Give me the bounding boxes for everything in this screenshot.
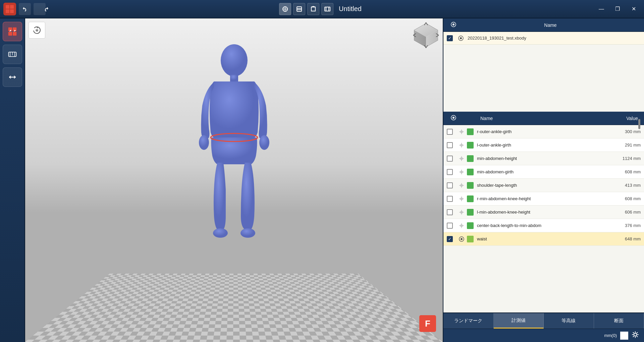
mr-value-8: 376 mm	[607, 223, 641, 228]
window-title: Untitled	[335, 5, 365, 13]
measure-row-l-outer-ankle-girth[interactable]: l-outer-ankle-girth 291 mm	[443, 138, 644, 152]
status-bar: mm(0)	[443, 329, 644, 342]
file-header-vis	[447, 21, 460, 29]
mr-check-9[interactable]: ✓	[447, 236, 456, 242]
main-layout: ⊕	[0, 18, 644, 342]
svg-point-57	[461, 238, 463, 240]
sidebar-tool-compare[interactable]	[3, 67, 22, 87]
svg-rect-20	[230, 75, 238, 81]
mr-color-7	[467, 209, 474, 216]
maximize-button[interactable]: ❐	[610, 3, 625, 15]
cb-2[interactable]	[447, 142, 453, 148]
svg-rect-0	[6, 5, 9, 9]
cb-5[interactable]	[447, 182, 453, 188]
cb-9-checked[interactable]: ✓	[447, 236, 453, 242]
mr-value-1: 300 mm	[607, 129, 641, 134]
measure-row-min-abdomen-girth[interactable]: min-abdomen-girth 608 mm	[443, 165, 644, 179]
measure-table: Name Value	[443, 112, 644, 312]
mr-color-6	[467, 195, 474, 202]
measure-row-r-min-abdomen-knee-height[interactable]: r-min-abdomen-knee-height 608 mm	[443, 192, 644, 206]
measure-header-value: Value	[604, 116, 638, 121]
sidebar-tool-view[interactable]	[3, 22, 22, 41]
svg-point-58	[634, 333, 637, 336]
mr-vis-3[interactable]	[456, 156, 467, 162]
cb-8[interactable]	[447, 223, 453, 229]
measure-row-center-back-length[interactable]: center-back-length-to-min-abdom 376 mm	[443, 219, 644, 232]
titlebar-center: Untitled	[279, 3, 365, 15]
mr-name-3: min-abdomen-height	[477, 156, 607, 161]
cb-7[interactable]	[447, 209, 453, 215]
file-panel-empty	[443, 45, 644, 112]
close-button[interactable]: ✕	[626, 3, 641, 15]
mr-vis-5[interactable]	[456, 182, 467, 188]
file-header-name: Name	[460, 22, 641, 28]
mr-name-6: r-min-abdomen-knee-height	[477, 196, 607, 201]
mode-btn-2[interactable]	[293, 3, 305, 15]
mr-value-6: 608 mm	[607, 196, 641, 201]
mr-vis-4[interactable]	[456, 169, 467, 175]
mr-color-9	[467, 236, 474, 242]
settings-icon[interactable]	[632, 331, 639, 340]
mr-vis-6[interactable]	[456, 196, 467, 202]
nav-cube[interactable]	[413, 22, 439, 49]
file-vis-1[interactable]	[456, 35, 466, 41]
mr-name-2: l-outer-ankle-girth	[477, 142, 607, 148]
measure-row-shoulder-tape-length[interactable]: shoulder-tape-length 413 mm	[443, 179, 644, 192]
measure-body[interactable]: r-outer-ankle-girth 300 mm	[443, 125, 644, 312]
mr-check-4[interactable]	[447, 169, 456, 175]
measure-row-waist[interactable]: ✓ waist 648 mm	[443, 232, 644, 246]
mr-name-5: shoulder-tape-length	[477, 183, 607, 188]
right-panel: Name ✓ 20220118_193021_test.xbody	[443, 18, 644, 342]
scroll-indicator	[638, 119, 640, 129]
cb-6[interactable]	[447, 196, 453, 202]
mr-check-3[interactable]	[447, 156, 456, 162]
mr-vis-1[interactable]	[456, 129, 467, 135]
svg-rect-3	[10, 9, 14, 13]
sidebar-tool-measure[interactable]	[3, 45, 22, 64]
redo-button[interactable]	[34, 3, 46, 15]
measure-row-min-abdomen-height[interactable]: min-abdomen-height 1124 mm	[443, 152, 644, 165]
svg-point-24	[240, 228, 255, 238]
file-table-header: Name	[443, 18, 644, 32]
mode-btn-4[interactable]	[321, 3, 333, 15]
mode-btn-3[interactable]	[307, 3, 319, 15]
file-checkbox-1[interactable]: ✓	[447, 35, 456, 41]
cb-1[interactable]	[447, 129, 453, 135]
mr-check-1[interactable]	[447, 129, 456, 135]
tab-measure[interactable]: 計測値	[494, 313, 544, 329]
viewport-background: ⊕	[25, 18, 443, 342]
mr-vis-7[interactable]	[456, 209, 467, 215]
mr-vis-2[interactable]	[456, 142, 467, 148]
measure-row-r-outer-ankle-girth[interactable]: r-outer-ankle-girth 300 mm	[443, 125, 644, 138]
mr-color-2	[467, 142, 474, 149]
mr-check-8[interactable]	[447, 223, 456, 229]
viewport[interactable]: ⊕	[25, 18, 443, 342]
file-cb-checked-1[interactable]: ✓	[447, 35, 453, 41]
tab-contour[interactable]: 等高線	[544, 313, 594, 329]
mode-btn-1[interactable]	[279, 3, 291, 15]
file-name-1: 20220118_193021_test.xbody	[466, 36, 641, 41]
mr-check-6[interactable]	[447, 196, 456, 202]
mr-color-4	[467, 169, 474, 175]
reset-view-button[interactable]: ⊕	[29, 22, 45, 39]
mr-color-3	[467, 155, 474, 162]
file-row-1[interactable]: ✓ 20220118_193021_test.xbody	[443, 32, 644, 45]
cb-3[interactable]	[447, 156, 453, 162]
mr-vis-8[interactable]	[456, 223, 467, 229]
measure-table-header: Name Value	[443, 112, 644, 125]
mr-value-4: 608 mm	[607, 169, 641, 174]
mr-check-2[interactable]	[447, 142, 456, 148]
mr-check-7[interactable]	[447, 209, 456, 215]
tab-section[interactable]: 断面	[594, 313, 644, 329]
svg-rect-2	[6, 9, 9, 13]
mr-vis-9[interactable]	[456, 236, 467, 242]
minimize-button[interactable]: —	[594, 3, 609, 15]
mr-color-8	[467, 222, 474, 229]
undo-button[interactable]	[19, 3, 31, 15]
mr-check-5[interactable]	[447, 182, 456, 188]
f-badge: F	[419, 315, 436, 332]
cb-4[interactable]	[447, 169, 453, 175]
mr-name-4: min-abdomen-girth	[477, 169, 607, 174]
measure-row-l-min-abdomen-knee-height[interactable]: l-min-abdomen-knee-height 606 mm	[443, 206, 644, 219]
tab-landmark[interactable]: ランドマーク	[443, 313, 494, 329]
